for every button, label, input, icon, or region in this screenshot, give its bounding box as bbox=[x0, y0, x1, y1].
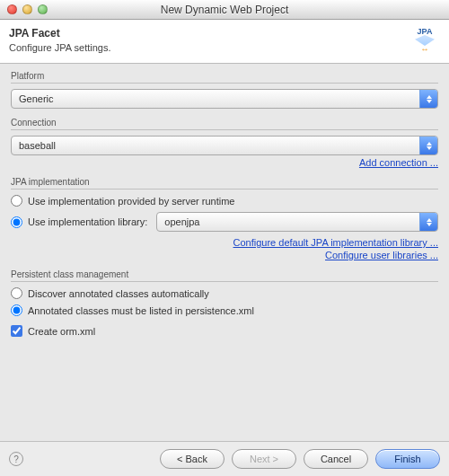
impl-server-radio[interactable] bbox=[11, 195, 22, 207]
pcm-discover-label: Discover annotated classes automatically bbox=[28, 288, 209, 299]
dropdown-icon bbox=[419, 90, 437, 108]
implementation-group: JPA implementation Use implementation pr… bbox=[11, 177, 438, 260]
create-orm-label: Create orm.xml bbox=[28, 326, 95, 337]
connection-group: Connection baseball Add connection ... bbox=[11, 118, 438, 168]
add-connection-link[interactable]: Add connection ... bbox=[359, 157, 438, 168]
impl-library-radio[interactable] bbox=[11, 216, 22, 228]
dropdown-icon bbox=[419, 137, 437, 154]
pcm-listed-radio[interactable] bbox=[11, 304, 22, 316]
connection-select[interactable]: baseball bbox=[11, 136, 438, 155]
cancel-button[interactable]: Cancel bbox=[304, 449, 368, 469]
impl-server-label: Use implementation provided by server ru… bbox=[28, 196, 235, 207]
connection-value: baseball bbox=[19, 140, 56, 151]
configure-default-link[interactable]: Configure default JPA implementation lib… bbox=[233, 237, 438, 248]
create-orm-checkbox[interactable] bbox=[11, 325, 22, 337]
platform-group: Platform Generic bbox=[11, 71, 438, 109]
pcm-discover-radio[interactable] bbox=[11, 287, 22, 299]
connection-label: Connection bbox=[11, 118, 438, 128]
platform-select[interactable]: Generic bbox=[11, 89, 438, 109]
jpa-logo-icon: JPA ↔ bbox=[409, 27, 440, 54]
next-button[interactable]: Next > bbox=[232, 449, 296, 469]
window-title: New Dynamic Web Project bbox=[0, 4, 449, 16]
titlebar: New Dynamic Web Project bbox=[0, 0, 449, 20]
finish-button[interactable]: Finish bbox=[375, 449, 440, 469]
impl-library-value: openjpa bbox=[164, 216, 199, 227]
impl-library-label: Use implementation library: bbox=[28, 216, 147, 227]
configure-user-link[interactable]: Configure user libraries ... bbox=[325, 250, 438, 260]
platform-value: Generic bbox=[19, 93, 54, 104]
platform-label: Platform bbox=[11, 71, 438, 81]
dialog-header: JPA Facet Configure JPA settings. JPA ↔ bbox=[0, 20, 449, 64]
impl-library-select[interactable]: openjpa bbox=[156, 212, 438, 232]
pcm-label: Persistent class management bbox=[11, 269, 438, 279]
dialog-content: Platform Generic Connection baseball Add… bbox=[0, 64, 449, 441]
implementation-label: JPA implementation bbox=[11, 177, 438, 187]
pcm-group: Persistent class management Discover ann… bbox=[11, 269, 438, 316]
back-button[interactable]: < Back bbox=[160, 449, 224, 469]
dropdown-icon bbox=[419, 213, 437, 231]
pcm-listed-label: Annotated classes must be listed in pers… bbox=[28, 305, 254, 316]
dialog-window: New Dynamic Web Project JPA Facet Config… bbox=[0, 0, 449, 476]
page-title: JPA Facet bbox=[9, 27, 111, 40]
help-icon[interactable]: ? bbox=[9, 452, 23, 466]
page-subtitle: Configure JPA settings. bbox=[9, 42, 111, 53]
dialog-footer: ? < Back Next > Cancel Finish bbox=[0, 441, 449, 476]
